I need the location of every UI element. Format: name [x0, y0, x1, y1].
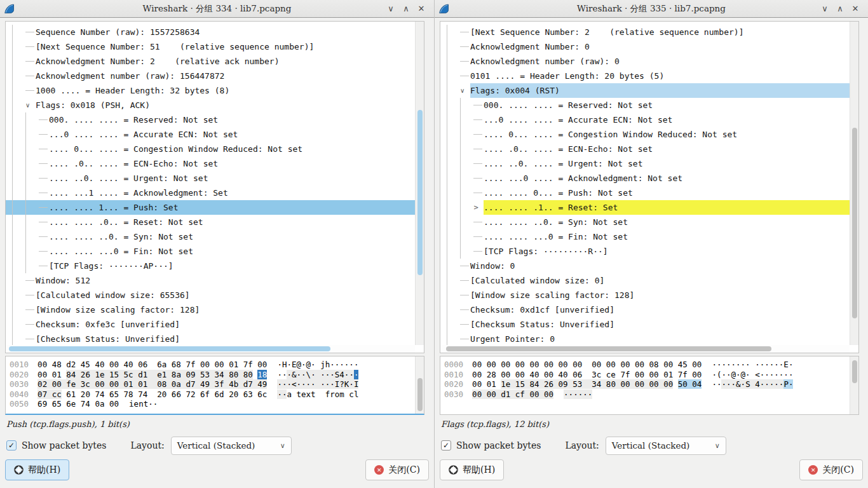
- tree-row[interactable]: .... ...0 .... = Acknowledgment: Not set: [440, 171, 850, 186]
- tree-row[interactable]: .... .... 0... = Push: Not set: [440, 186, 850, 200]
- tree-connector: [39, 149, 48, 149]
- tree-guide-line: [12, 215, 25, 229]
- tree-row[interactable]: ...0 .... .... = Accurate ECN: Not set: [6, 127, 415, 142]
- tree-row[interactable]: Acknowledgment number (raw): 0: [440, 54, 850, 69]
- tree-hscrollbar-thumb[interactable]: [9, 346, 330, 351]
- tree-row[interactable]: Sequence Number (raw): 1557258634: [6, 25, 415, 39]
- hex-vscrollbar-thumb[interactable]: [852, 360, 857, 383]
- tree-row[interactable]: 000. .... .... = Reserved: Not set: [440, 98, 850, 112]
- tree-connector: [473, 105, 482, 105]
- tree-row-label: Window: 512: [36, 273, 415, 288]
- tree-vscrollbar[interactable]: [415, 22, 424, 345]
- hex-row[interactable]: 002000 01 84 26 1e 15 5c d1 e1 8a 09 53 …: [10, 370, 415, 380]
- tree-row[interactable]: Acknowledgment Number: 2 (relative ack n…: [6, 54, 415, 69]
- tree-row[interactable]: >.... .... .1.. = Reset: Set: [440, 200, 850, 215]
- layout-select[interactable]: Vertical (Stacked) ∨: [606, 437, 726, 455]
- layout-selected-value: Vertical (Stacked): [612, 440, 715, 451]
- tree-row[interactable]: Checksum: 0xd1cf [unverified]: [440, 302, 850, 317]
- tree-row[interactable]: .... .... 1... = Push: Set: [6, 200, 415, 215]
- tree-guide-line: [460, 171, 473, 186]
- tree-row[interactable]: [TCP Flags: ·······AP···]: [6, 259, 415, 273]
- tree-row[interactable]: [Next Sequence Number: 51 (relative sequ…: [6, 39, 415, 54]
- tree-guide-line: [460, 112, 473, 127]
- tree-row[interactable]: [Window size scaling factor: 128]: [6, 302, 415, 317]
- tree-row-label: [TCP Flags: ·········R··]: [484, 244, 850, 259]
- tree-hscrollbar[interactable]: [440, 345, 850, 353]
- tree-row[interactable]: 1000 .... = Header Length: 32 bytes (8): [6, 83, 415, 98]
- tree-row[interactable]: .... ..0. .... = Urgent: Not set: [440, 156, 850, 171]
- close-button-label: 关闭(C): [822, 464, 854, 476]
- tree-row[interactable]: .... 0... .... = Congestion Window Reduc…: [6, 142, 415, 156]
- hex-row[interactable]: 005069 65 6e 74 0a 00ient··: [10, 399, 415, 409]
- tree-row-label: .... .... .1.. = Reset: Set: [484, 200, 850, 215]
- tree-row[interactable]: Acknowledgment number (raw): 156447872: [6, 69, 415, 83]
- tree-connector: [473, 251, 482, 252]
- titlebar[interactable]: Wireshark · 分组 334 · lib7.pcapng ∨ ∧ ✕: [0, 0, 434, 18]
- layout-selected-value: Vertical (Stacked): [177, 440, 280, 451]
- tree-guide-line: [12, 302, 25, 317]
- titlebar[interactable]: Wireshark · 分组 335 · lib7.pcapng ∨ ∧ ✕: [435, 0, 868, 18]
- help-button[interactable]: 帮助(H): [5, 459, 69, 480]
- tree-row[interactable]: 000. .... .... = Reserved: Not set: [6, 112, 415, 127]
- tree-row[interactable]: .... .0.. .... = ECN-Echo: Not set: [6, 156, 415, 171]
- tree-row[interactable]: [Window size scaling factor: 128]: [440, 288, 850, 302]
- tree-row[interactable]: [TCP Flags: ·········R··]: [440, 244, 850, 259]
- hex-vscrollbar[interactable]: [415, 356, 424, 414]
- tree-row[interactable]: .... .0.. .... = ECN-Echo: Not set: [440, 142, 850, 156]
- hex-ascii: ······: [564, 390, 592, 399]
- hex-row[interactable]: 001000 28 00 00 40 00 40 06 3c ce 7f 00 …: [444, 370, 850, 380]
- close-button[interactable]: ✕ 关闭(C): [365, 459, 429, 480]
- tree-row[interactable]: Acknowledgment Number: 0: [440, 39, 850, 54]
- hex-vscrollbar-thumb[interactable]: [417, 378, 423, 411]
- tree-row[interactable]: .... .... .0.. = Reset: Not set: [6, 215, 415, 229]
- hex-row[interactable]: 003002 00 fe 3c 00 00 01 01 08 0a d7 49 …: [10, 379, 415, 390]
- tree-row[interactable]: .... .... ..0. = Syn: Not set: [440, 215, 850, 229]
- hex-bytes: 07 cc 61 20 74 65 78 74 20 66 72 6f 6d 2…: [37, 390, 267, 399]
- check-icon: ✓: [443, 441, 449, 450]
- tree-row[interactable]: 0101 .... = Header Length: 20 bytes (5): [440, 69, 850, 83]
- hex-vscrollbar[interactable]: [850, 356, 858, 414]
- tree-row-label: .... .0.. .... = ECN-Echo: Not set: [49, 156, 415, 171]
- tree-row[interactable]: Urgent Pointer: 0: [440, 332, 850, 345]
- expander-open-icon[interactable]: ∨: [25, 102, 34, 109]
- tree-row[interactable]: .... 0... .... = Congestion Window Reduc…: [440, 127, 850, 142]
- tree-row[interactable]: [Calculated window size: 0]: [440, 273, 850, 288]
- tree-hscrollbar-thumb[interactable]: [446, 346, 771, 351]
- help-button[interactable]: 帮助(H): [440, 459, 504, 480]
- tree-row[interactable]: .... .... ...0 = Fin: Not set: [6, 244, 415, 259]
- tree-guide-line: [12, 98, 25, 112]
- show-packet-bytes-checkbox[interactable]: ✓: [6, 440, 17, 451]
- tree-vscrollbar[interactable]: [850, 22, 858, 345]
- tree-row[interactable]: Window: 512: [6, 273, 415, 288]
- layout-select[interactable]: Vertical (Stacked) ∨: [171, 437, 292, 455]
- tree-row[interactable]: [Checksum Status: Unverified]: [440, 317, 850, 332]
- close-button[interactable]: ✕ 关闭(C): [799, 459, 863, 480]
- hex-row[interactable]: 004007 cc 61 20 74 65 78 74 20 66 72 6f …: [10, 390, 415, 400]
- tree-row[interactable]: .... .... ...0 = Fin: Not set: [440, 229, 850, 244]
- hex-row[interactable]: 001000 48 d2 45 40 00 40 06 6a 68 7f 00 …: [10, 360, 415, 370]
- tree-row[interactable]: ...0 .... .... = Accurate ECN: Not set: [440, 112, 850, 127]
- tree-row[interactable]: ∨Flags: 0x018 (PSH, ACK): [6, 98, 415, 112]
- packet-detail-tree: Sequence Number (raw): 1557258634[Next S…: [5, 21, 424, 353]
- tree-row[interactable]: [Calculated window size: 65536]: [6, 288, 415, 302]
- tree-hscrollbar[interactable]: [6, 345, 415, 353]
- hex-row[interactable]: 003000 00 d1 cf 00 00······: [444, 390, 850, 400]
- tree-row[interactable]: .... .... ..0. = Syn: Not set: [6, 229, 415, 244]
- tree-guide-line: [25, 142, 39, 156]
- tree-row[interactable]: .... ..0. .... = Urgent: Not set: [6, 171, 415, 186]
- tree-guide-line: [447, 244, 460, 259]
- show-packet-bytes-checkbox[interactable]: ✓: [441, 440, 451, 451]
- tree-row[interactable]: [Next Sequence Number: 2 (relative seque…: [440, 25, 850, 39]
- tree-vscrollbar-thumb[interactable]: [852, 128, 857, 318]
- expander-closed-icon[interactable]: >: [473, 204, 482, 211]
- tree-row[interactable]: ∨Flags: 0x004 (RST): [440, 83, 850, 98]
- expander-open-icon[interactable]: ∨: [460, 87, 469, 94]
- tree-row[interactable]: Window: 0: [440, 259, 850, 273]
- tree-row[interactable]: Checksum: 0xfe3c [unverified]: [6, 317, 415, 332]
- tree-row[interactable]: [Checksum Status: Unverified]: [6, 332, 415, 345]
- tree-vscrollbar-thumb[interactable]: [417, 110, 423, 275]
- tree-row[interactable]: .... ...1 .... = Acknowledgment: Set: [6, 186, 415, 200]
- tree-row-label: .... .... ...0 = Fin: Not set: [484, 229, 850, 244]
- hex-row[interactable]: 000000 00 00 00 00 00 00 00 00 00 00 00 …: [444, 360, 850, 370]
- hex-row[interactable]: 002000 01 1e 15 84 26 09 53 34 80 00 00 …: [444, 379, 850, 390]
